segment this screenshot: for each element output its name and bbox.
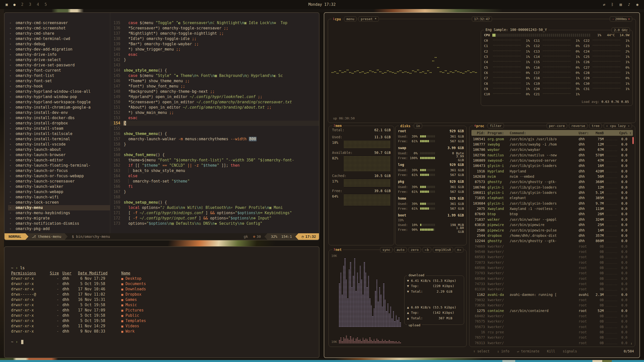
process-row[interactable]: 106809 swayosd- /usr/bin/swayosd-server … (471, 158, 633, 163)
help-item[interactable]: ↑ select (473, 349, 490, 353)
file-item[interactable]: ∗ omarchy-hyprland-window-pop (8, 94, 110, 100)
scroll-down-icon[interactable]: ↓ (630, 341, 632, 345)
process-row[interactable]: 2586 pipewire /usr/bin/pipewire-pulse dh… (471, 228, 633, 233)
file-item[interactable]: ∗ omarchy-launch-or-focus-webapp (8, 173, 110, 179)
net-option[interactable]: n→ (455, 247, 463, 252)
process-row[interactable]: 95673 kworker/ root 0B 0.0 (471, 324, 633, 329)
process-row[interactable]: 106746 glycin-i /usr/lib/glycin-loaders … (471, 185, 633, 190)
process-row[interactable]: 71837 walker /usr/bin/walker --gappl dhh… (471, 217, 633, 222)
mem-box-title[interactable]: 2mem (332, 123, 343, 128)
process-row[interactable]: 68583 kworker/ root 0B 0.0 (471, 254, 633, 260)
net-option[interactable]: zero (409, 247, 421, 252)
code-editor[interactable]: 135 case $(menu "Toggle" "◐ Screensaver\… (110, 13, 319, 240)
file-item[interactable]: ∗ omarchy-drive-select (8, 57, 110, 63)
file-item[interactable]: ∗ omarchy-font-current (8, 68, 110, 73)
file-item[interactable]: ∗ omarchy-menu (8, 205, 110, 210)
net-option[interactable]: enp191s0 (433, 247, 453, 252)
process-row[interactable]: 71835 elephant elephant dhh 385M 0.0 (471, 195, 633, 201)
file-item[interactable]: ∗ omarchy-cmd-screensaver (8, 20, 110, 26)
file-item[interactable]: ∗ omarchy-launch-or-focus (8, 168, 110, 173)
file-item[interactable]: ∗ omarchy-pkg-add (8, 226, 110, 232)
process-row[interactable]: 63816 pipewire /usr/bin/pipewire dhh 25M… (471, 222, 633, 228)
process-row[interactable]: 68402 kworker/ root 0B 0.0 (471, 313, 633, 319)
prompt-line-current[interactable]: ~ › (11, 339, 312, 345)
file-item[interactable]: ∗ omarchy-launch-webapp (8, 189, 110, 195)
file-item[interactable]: ∗ omarchy-hyprland-workspace-toggle (8, 100, 110, 105)
net-box-title[interactable]: 3net (332, 247, 343, 252)
process-row[interactable]: 73656 kworker/ root 0B 0.0 (471, 303, 633, 308)
file-item[interactable]: ∗ omarchy-lock-screen (8, 200, 110, 205)
status-icon[interactable]: ⇄ (603, 2, 605, 7)
file-item[interactable]: ∗ omarchy-launch-floating-terminal- (8, 163, 110, 168)
status-icon[interactable]: ▤ (620, 2, 622, 7)
disks-box-title[interactable]: disks (399, 123, 412, 128)
file-item[interactable]: ∗ omarchy-font-set (8, 78, 110, 84)
file-tree[interactable]: ∗ omarchy-cmd-screensaver ∗ omarchy-cmd-… (5, 13, 110, 240)
file-item[interactable]: ∗ omarchy-cmd-terminal-cwd (8, 36, 110, 41)
workspace-item[interactable]: ● (13, 2, 16, 7)
workspace-item[interactable]: ▣ (6, 2, 8, 7)
preset-button[interactable]: preset * (358, 16, 379, 22)
file-item[interactable]: ∗ omarchy-install-chromium-google-a (8, 105, 110, 110)
sort-direction-icon[interactable]: ↑ (627, 131, 631, 135)
file-item[interactable]: ∗ omarchy-hyprland-window-close-all (8, 89, 110, 94)
process-row[interactable]: 72073 kworker/ root 0B 0.0 (471, 260, 633, 265)
file-item[interactable]: ∗ omarchy-drive-set-password (8, 63, 110, 68)
file-item[interactable]: ∗ omarchy-launch-screensaver (8, 179, 110, 184)
file-item[interactable]: ∗ omarchy-font-list (8, 73, 110, 78)
process-row[interactable]: 76313 kworker/ root 0B 0.0 (471, 340, 633, 345)
proc-option[interactable]: ‹ cpu lazy › (604, 123, 632, 128)
process-row[interactable]: 2075 Xwayland Xwayland :1 -rootless - dh… (471, 206, 633, 211)
net-option[interactable]: ←b (423, 247, 431, 252)
file-item[interactable]: ∗ omarchy-dev-add-migration (8, 47, 110, 52)
process-row[interactable]: 79032 kworker/ root 0B 0.0 (471, 297, 633, 302)
net-option[interactable]: auto (394, 247, 407, 252)
help-item[interactable]: ↓ info (497, 349, 509, 353)
help-item[interactable]: Kill (547, 349, 555, 353)
process-row[interactable]: 73703 kworker/ root 0B 0.0 (471, 270, 633, 276)
process-row[interactable]: 2544 dropbox /home/dhh/.dropbox-dist dhh… (471, 233, 633, 238)
file-item[interactable]: ∗ omarchy-launch-about (8, 147, 110, 152)
process-row[interactable]: 1275 containe /usr/bin/containerd root 5… (471, 308, 633, 313)
process-row[interactable]: 106811 glycin-i /usr/lib/glycin-loaders … (471, 190, 633, 195)
help-item[interactable]: ↵ terminate (517, 349, 539, 353)
file-item[interactable]: ∗ omarchy-migrate (8, 216, 110, 221)
file-item[interactable]: ∗ omarchy-hook (8, 84, 110, 89)
process-row[interactable]: 102796 nautilus /usr/bin/nautilus --new … (471, 152, 633, 158)
file-item[interactable]: ∗ omarchy-drive-info (8, 52, 110, 57)
file-item[interactable]: ∗ omarchy-launch-walker (8, 184, 110, 189)
menu-button[interactable]: menu (344, 16, 356, 22)
process-row[interactable]: 81310 kworker/ root 0B 0.0 (471, 287, 633, 292)
status-icon[interactable]: ◉ (636, 2, 638, 7)
process-row[interactable]: 102638 nvim nvim --embed dhh 56M 0.0 (471, 174, 633, 179)
process-row[interactable]: 68584 kworker/ root 0B 0.0 (471, 276, 633, 281)
process-row[interactable]: 16 rcu_pree root 0B 0.0 (471, 329, 633, 335)
update-interval[interactable]: - 2000ms + (610, 16, 632, 22)
diagnostics[interactable]: ⊘ 30 (253, 235, 261, 239)
process-row[interactable]: 1162 avahi-da avahi-daemon: running [ av… (471, 292, 633, 297)
file-item[interactable]: ∗ omarchy-menu-keybindings (8, 210, 110, 216)
file-item[interactable]: ∗ omarchy-install-vscode (8, 142, 110, 147)
file-item[interactable]: ∗ omarchy-cmd-screenshot (8, 26, 110, 31)
file-item[interactable]: ∗ omarchy-notification-dismiss (8, 221, 110, 226)
terminal-window[interactable]: ~ › ls Permissions Size User Date Modifi… (4, 246, 319, 358)
workspace-item[interactable]: 4 (37, 2, 39, 7)
file-item[interactable]: ∗ omarchy-debug (8, 41, 110, 47)
io-toggle[interactable]: io (414, 123, 422, 128)
net-option[interactable]: sync (380, 247, 392, 252)
process-row[interactable]: 87649 btop btop dhh 26M 0.0 (471, 211, 633, 217)
cpu-box-title[interactable]: 1cpu (332, 17, 342, 22)
file-item[interactable]: ∗ omarchy-install-steam (8, 126, 110, 131)
buffer-name[interactable]: $ bin/omarchy-menu (68, 233, 114, 240)
file-item[interactable]: ∗ omarchy-install-docker-dbs (8, 115, 110, 121)
help-item[interactable]: signals (563, 349, 577, 353)
file-item[interactable]: ∗ omarchy-launch-browser (8, 152, 110, 158)
process-table-header[interactable]: Pid: Program: Command: User: MemB Cpu% ↑ (471, 130, 633, 136)
file-item[interactable]: ∗ omarchy-launch-wifi (8, 195, 110, 200)
process-row[interactable]: 1916 Hyprland Hyprland dhh 420M 0.0 (471, 168, 633, 174)
file-item[interactable]: ∗ omarchy-install-dev-env (8, 110, 110, 115)
file-item[interactable]: ∗ omarchy-launch-editor (8, 158, 110, 163)
process-row[interactable]: 106777 swaybg /usr/bin/swaybg -i /hom dh… (471, 142, 633, 147)
status-icon[interactable]: ᛒ (611, 2, 614, 7)
interval-minus[interactable]: - (612, 17, 614, 21)
